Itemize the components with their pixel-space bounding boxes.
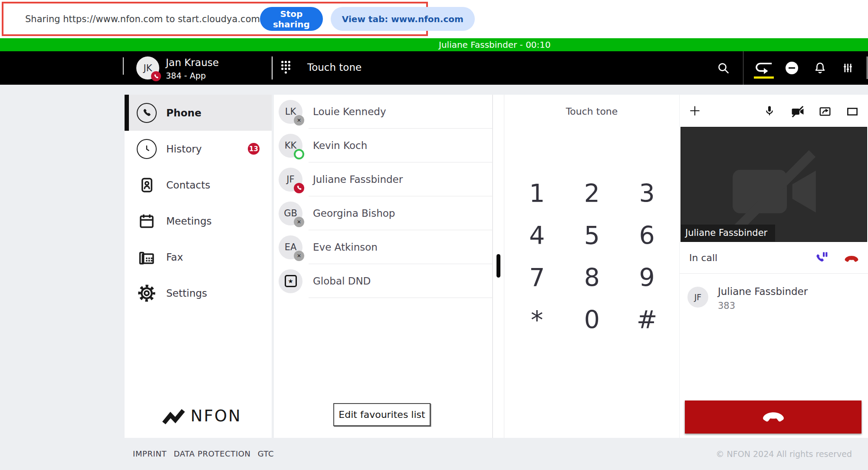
header-mode-label: Touch tone bbox=[307, 62, 362, 73]
phone-icon bbox=[154, 74, 159, 79]
favourite-row[interactable]: JF Juliane Fassbinder bbox=[274, 162, 492, 196]
search-icon[interactable] bbox=[717, 61, 730, 75]
status-offline-badge: ✕ bbox=[294, 251, 304, 261]
sidebar-item-contacts[interactable]: Contacts bbox=[125, 167, 272, 203]
key-2[interactable]: 2 bbox=[565, 172, 620, 214]
panel-resize-handle[interactable] bbox=[496, 254, 500, 278]
favourite-name: Global DND bbox=[313, 275, 371, 287]
window-mode-icon[interactable] bbox=[846, 105, 859, 118]
footer-link-data-protection[interactable]: DATA PROTECTION bbox=[174, 449, 251, 458]
hang-up-icon[interactable] bbox=[844, 255, 859, 263]
avatar-initials: EA bbox=[285, 242, 297, 252]
hold-call-icon[interactable] bbox=[815, 252, 828, 265]
do-not-disturb-icon[interactable] bbox=[786, 62, 798, 74]
hang-up-button[interactable] bbox=[685, 400, 861, 434]
cloudya-app-screen: Sharing https://www.nfon.com to start.cl… bbox=[0, 0, 868, 470]
avatar: LK ✕ bbox=[279, 100, 302, 124]
key-star[interactable]: * bbox=[510, 298, 565, 341]
contacts-icon bbox=[137, 175, 157, 195]
calendar-icon bbox=[137, 211, 157, 231]
status-offline-badge: ✕ bbox=[294, 217, 304, 227]
key-5[interactable]: 5 bbox=[565, 214, 620, 256]
header-divider bbox=[272, 56, 273, 79]
footer-link-imprint[interactable]: IMPRINT bbox=[133, 449, 167, 458]
sidebar-item-label: Fax bbox=[166, 252, 183, 263]
favourite-row[interactable]: KK Kevin Koch bbox=[274, 129, 492, 162]
avatar-initials: JF bbox=[286, 174, 294, 185]
notifications-icon[interactable] bbox=[813, 61, 827, 75]
dialpad-icon bbox=[280, 60, 292, 75]
active-call-banner[interactable]: Juliane Fassbinder - 00:10 bbox=[0, 38, 868, 51]
star-square-icon: ★ bbox=[285, 275, 297, 287]
remote-video-tile: Juliane Fassbinder bbox=[681, 127, 867, 242]
avatar-initials: JF bbox=[694, 292, 702, 302]
user-extension: 384 - App bbox=[166, 71, 206, 80]
sidebar-item-label: Contacts bbox=[166, 179, 210, 191]
nfon-logo-text: NFON bbox=[191, 407, 242, 425]
edit-favourites-button[interactable]: Edit favourites list bbox=[333, 403, 431, 426]
call-forward-active-underline bbox=[754, 76, 774, 79]
favourite-row[interactable]: LK ✕ Louie Kennedy bbox=[274, 95, 492, 129]
status-online-badge bbox=[294, 149, 304, 159]
avatar: GB ✕ bbox=[279, 202, 302, 225]
user-name: Jan Krause bbox=[166, 57, 219, 68]
browser-share-strip: Sharing https://www.nfon.com to start.cl… bbox=[0, 0, 868, 38]
phone-icon bbox=[137, 103, 157, 123]
contact-number: 383 bbox=[718, 301, 735, 311]
favourite-row[interactable]: EA ✕ Eve Atkinson bbox=[274, 230, 492, 264]
stop-sharing-button[interactable]: Stop sharing bbox=[260, 7, 323, 31]
app-header: JK Jan Krause 384 - App Touch tone bbox=[0, 51, 868, 85]
avatar-initials: KK bbox=[285, 140, 297, 151]
call-forward-icon[interactable] bbox=[754, 62, 773, 75]
key-hash[interactable]: # bbox=[619, 298, 674, 341]
sidebar-item-history[interactable]: History 13 bbox=[125, 131, 272, 167]
header-divider-right bbox=[867, 56, 868, 79]
footer-links: IMPRINT DATA PROTECTION GTC bbox=[133, 449, 274, 458]
active-call-banner-text: Juliane Fassbinder - 00:10 bbox=[439, 38, 551, 51]
microphone-icon[interactable] bbox=[763, 105, 776, 117]
touch-tone-panel: Touch tone 1 2 3 4 5 6 7 8 9 * 0 # bbox=[504, 95, 679, 438]
key-6[interactable]: 6 bbox=[619, 214, 674, 256]
favourite-name: Louie Kennedy bbox=[313, 106, 386, 117]
dtmf-keypad: 1 2 3 4 5 6 7 8 9 * 0 # bbox=[510, 172, 674, 341]
avatar-initials: LK bbox=[285, 106, 296, 117]
contact-avatar: JF bbox=[687, 287, 708, 308]
footer-copyright: © NFON 2024 All rights reserved bbox=[716, 449, 852, 459]
sidebar-item-fax[interactable]: Fax bbox=[125, 239, 272, 275]
call-status-row: In call bbox=[680, 242, 868, 274]
avatar: KK bbox=[279, 134, 302, 158]
camera-disabled-icon bbox=[722, 148, 826, 235]
gear-icon bbox=[137, 283, 157, 303]
header-divider-left bbox=[123, 57, 124, 75]
audio-settings-icon[interactable] bbox=[842, 62, 854, 74]
nfon-logo-mark-icon bbox=[162, 407, 185, 425]
add-participant-icon[interactable] bbox=[688, 104, 701, 117]
share-notification-box: Sharing https://www.nfon.com to start.cl… bbox=[2, 2, 428, 36]
user-initials: JK bbox=[144, 63, 152, 73]
view-tab-button[interactable]: View tab: www.nfon.com bbox=[331, 7, 475, 31]
share-screen-icon[interactable] bbox=[819, 105, 832, 118]
favourite-row[interactable]: GB ✕ Georgina Bishop bbox=[274, 196, 492, 230]
key-8[interactable]: 8 bbox=[565, 256, 620, 298]
footer-link-gtc[interactable]: GTC bbox=[258, 449, 274, 458]
hang-up-icon bbox=[761, 411, 786, 423]
favourite-name: Georgina Bishop bbox=[313, 208, 395, 219]
call-panel: Juliane Fassbinder In call JF Juliane Fa… bbox=[680, 95, 868, 438]
nfon-logo: NFON bbox=[162, 407, 242, 425]
sidebar-item-label: History bbox=[166, 143, 202, 155]
share-message: Sharing https://www.nfon.com to start.cl… bbox=[25, 14, 260, 24]
sidebar-item-phone[interactable]: Phone bbox=[125, 95, 272, 131]
key-7[interactable]: 7 bbox=[510, 256, 565, 298]
key-0[interactable]: 0 bbox=[565, 298, 620, 341]
key-4[interactable]: 4 bbox=[510, 214, 565, 256]
sidebar-item-settings[interactable]: Settings bbox=[125, 275, 272, 311]
key-9[interactable]: 9 bbox=[619, 256, 674, 298]
status-in-call-badge bbox=[294, 183, 304, 193]
camera-off-icon[interactable] bbox=[790, 106, 805, 118]
key-1[interactable]: 1 bbox=[510, 172, 565, 214]
sidebar: Phone History 13 Contacts Meetings Fax S… bbox=[125, 95, 272, 438]
favourite-row-global-dnd[interactable]: ★ Global DND bbox=[274, 264, 492, 298]
status-offline-badge: ✕ bbox=[294, 115, 304, 126]
key-3[interactable]: 3 bbox=[619, 172, 674, 214]
sidebar-item-meetings[interactable]: Meetings bbox=[125, 203, 272, 239]
